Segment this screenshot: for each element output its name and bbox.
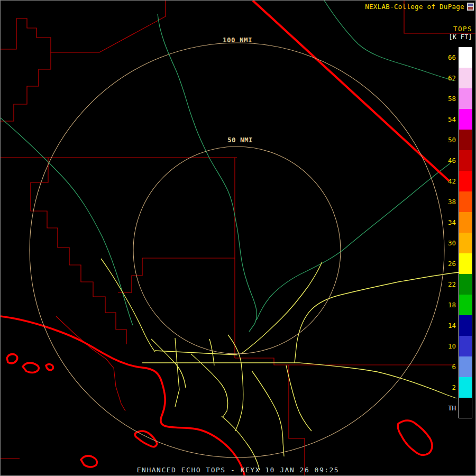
legend-tick-label: 14 [442,322,456,329]
highway [155,351,237,355]
legend-row: 58 [442,88,472,109]
legend-color-swatch [459,274,472,295]
legend-row: 10 [442,336,472,356]
legend-color-swatch [459,150,472,171]
legend-row: 38 [442,191,472,212]
legend-color-swatch [459,233,472,253]
legend-color-swatch [459,109,472,130]
radar-map: 100 NMI 50 NMI [1,1,476,476]
legend-tick-label: 22 [442,280,456,288]
island [135,431,157,447]
legend-color-swatch [459,336,472,356]
island [398,420,432,455]
legend-color-swatch [459,377,472,398]
river-lines [1,1,454,332]
highway [299,363,456,398]
brand-text: NEXLAB-College of DuPage [365,3,464,11]
county-line [118,258,235,292]
legend-color-swatch [459,47,472,68]
legend-tick-label: 42 [442,177,456,185]
highway [286,365,312,431]
legend-tick-label: 10 [442,342,456,350]
coast-line [1,316,245,476]
legend-row: TH [442,398,472,418]
legend-tick-label: 26 [442,260,456,268]
legend-color-swatch [459,315,472,336]
highway [175,338,179,407]
legend-color-swatch [459,253,472,274]
legend-row: 54 [442,109,472,130]
state-boundary [253,1,449,181]
range-ring-50nmi [133,147,341,354]
county-line [1,52,51,121]
legend-color-swatch [459,88,472,109]
legend-color-swatch [459,191,472,212]
river [324,1,454,81]
island [23,363,39,373]
highway [222,416,260,470]
legend-row: 50 [442,130,472,150]
legend-tick-label: 66 [442,53,456,61]
legend-row: 66 [442,47,472,68]
highway [295,272,459,363]
legend-row: 26 [442,253,472,274]
county-line [235,358,455,365]
legend-tick-label: 58 [442,95,456,103]
legend-color-swatch [459,212,472,233]
bottom-caption: ENHANCED ECHO TOPS - KEYX 10 JAN 26 09:2… [1,466,475,474]
legend-units: [K FT] [448,33,472,41]
ring-label-100nmi: 100 NMI [223,36,252,44]
legend-tick-label: 50 [442,136,456,144]
highway [252,371,284,456]
range-ring-100nmi [30,43,444,457]
legend-color-swatch [459,356,472,377]
island [46,364,53,371]
legend-row: 14 [442,315,472,336]
county-line [31,158,126,344]
county-lines [1,1,476,476]
legend-row: 22 [442,274,472,295]
legend-row: 34 [442,212,472,233]
highway [191,354,228,417]
legend-color-swatch [459,398,472,418]
river [158,14,257,332]
ring-label-50nmi: 50 NMI [227,136,253,144]
legend-row: 62 [442,68,472,88]
highway [241,262,322,354]
island [81,456,97,467]
river [1,118,133,325]
island [7,354,17,363]
coastline [1,316,432,476]
legend-color-swatch [459,171,472,191]
legend-tick-label: 30 [442,239,456,247]
river [257,163,450,320]
legend-tick-label: 6 [442,363,456,371]
county-line [289,365,305,476]
radar-display: 100 NMI 50 NMI NEXLAB-College of DuPage … [0,0,476,476]
legend-row: 2 [442,377,472,398]
brand: NEXLAB-College of DuPage [365,3,474,11]
legend-row: 18 [442,295,472,315]
legend-color-swatch [459,130,472,150]
legend-scale: 66625854504642383430262218141062TH [442,47,472,418]
legend-title: TOPS [448,25,472,33]
legend-tick-label: 18 [442,301,456,309]
state-line [253,1,449,181]
legend-tick-label: 2 [442,383,456,391]
legend-tick-label: 54 [442,115,456,123]
highway [235,363,243,431]
legend-row: 42 [442,171,472,191]
legend-row: 46 [442,150,472,171]
legend-tick-label: 46 [442,157,456,164]
legend-color-swatch [459,68,472,88]
legend-tick-label: 34 [442,218,456,226]
legend-tick-label: TH [442,404,456,412]
county-line [1,1,166,52]
legend-color-swatch [459,295,472,315]
highway [209,339,214,365]
highway [151,339,186,388]
range-rings [30,43,444,457]
legend-header: TOPS [K FT] [448,25,472,41]
legend-row: 30 [442,233,472,253]
cod-logo-icon [467,3,474,11]
